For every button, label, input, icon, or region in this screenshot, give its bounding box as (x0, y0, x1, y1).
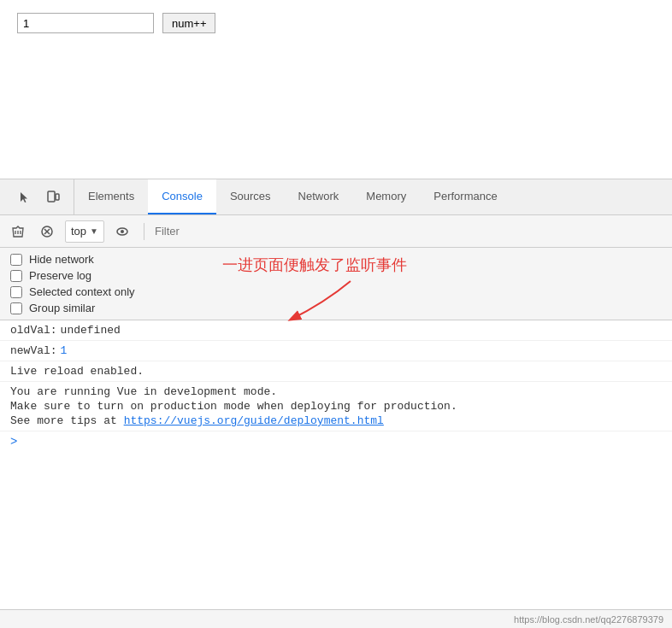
number-input[interactable] (17, 13, 154, 33)
selected-context-row: Selected context only (10, 285, 662, 298)
console-line-livereload: Live reload enabled. (0, 361, 672, 382)
tab-sources[interactable]: Sources (216, 179, 285, 214)
dropdown-arrow-icon: ▼ (90, 226, 98, 236)
context-label: top (71, 225, 86, 238)
console-text-vue-3: See more tips at https://vuejs.org/guide… (10, 414, 384, 427)
vue-deployment-link[interactable]: https://vuejs.org/guide/deployment.html (124, 414, 384, 427)
console-value-oldval: undefined (61, 324, 121, 337)
console-text-vue-1: You are running Vue in development mode. (10, 385, 277, 398)
browser-top: num++ (0, 0, 672, 179)
tab-network[interactable]: Network (285, 179, 353, 214)
hide-network-checkbox[interactable] (10, 254, 22, 266)
hide-network-label: Hide network (29, 253, 94, 266)
browser-input-area: num++ (0, 0, 672, 46)
stop-recording-button[interactable] (36, 220, 58, 243)
group-similar-checkbox[interactable] (10, 302, 22, 314)
hide-network-row: Hide network (10, 253, 662, 266)
tab-bar: Elements Console Sources Network Memory … (0, 179, 672, 215)
console-toolbar: top ▼ (0, 215, 672, 248)
status-url: https://blog.csdn.net/qq2276879379 (514, 614, 663, 625)
group-similar-label: Group similar (29, 302, 95, 314)
increment-button[interactable]: num++ (162, 13, 215, 33)
status-bar: https://blog.csdn.net/qq2276879379 (0, 609, 672, 628)
context-selector[interactable]: top ▼ (65, 220, 104, 243)
filter-separator (144, 223, 144, 240)
tab-performance[interactable]: Performance (420, 179, 510, 214)
console-prompt: > (0, 431, 672, 452)
devtools-panel: Elements Console Sources Network Memory … (0, 179, 672, 628)
tab-icon-buttons (4, 179, 74, 214)
device-icon[interactable] (41, 185, 65, 209)
console-value-newval: 1 (61, 344, 68, 357)
tab-elements[interactable]: Elements (74, 179, 148, 214)
svg-point-10 (121, 230, 124, 233)
tab-memory[interactable]: Memory (352, 179, 420, 214)
console-output: oldVal: undefined newVal: 1 Live reload … (0, 320, 672, 609)
console-key-newval: newVal: (10, 344, 57, 357)
group-similar-row: Group similar (10, 302, 662, 314)
selected-context-checkbox[interactable] (10, 286, 22, 298)
console-line-oldval: oldVal: undefined (0, 320, 672, 341)
checkboxes-area: Hide network Preserve log Selected conte… (0, 248, 672, 320)
svg-rect-1 (56, 194, 59, 200)
filter-input[interactable] (155, 225, 665, 238)
selected-context-label: Selected context only (29, 285, 135, 298)
preserve-log-row: Preserve log (10, 269, 662, 282)
eye-button[interactable] (111, 220, 133, 243)
prompt-arrow-icon: > (10, 435, 17, 449)
console-line-newval: newVal: 1 (0, 341, 672, 361)
console-text-vue-2: Make sure to turn on production mode whe… (10, 400, 457, 413)
preserve-log-checkbox[interactable] (10, 270, 22, 282)
preserve-log-label: Preserve log (29, 269, 91, 282)
inspect-icon[interactable] (13, 185, 37, 209)
console-key-oldval: oldVal: (10, 324, 57, 337)
console-line-vue: You are running Vue in development mode.… (0, 382, 672, 431)
tab-console[interactable]: Console (148, 179, 216, 214)
console-text-livereload: Live reload enabled. (10, 365, 144, 378)
clear-console-button[interactable] (7, 220, 29, 243)
svg-rect-0 (48, 191, 55, 202)
